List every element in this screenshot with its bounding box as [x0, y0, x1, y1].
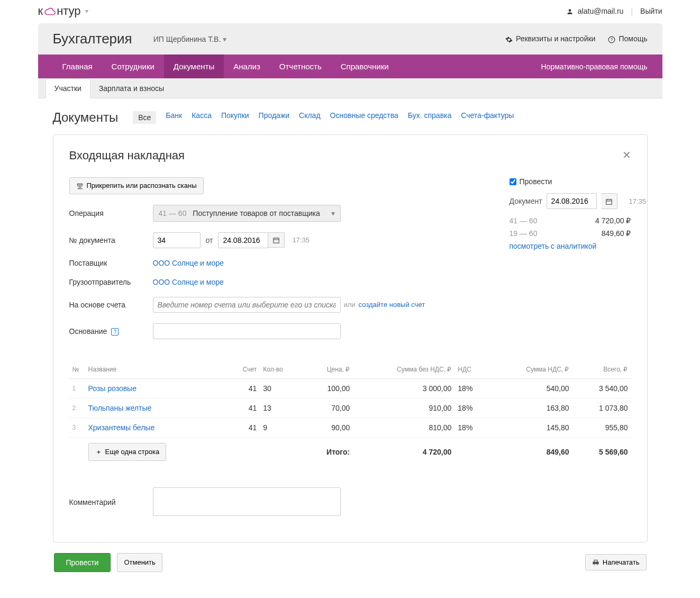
basis-input[interactable]: [153, 323, 341, 339]
total-novat: 4 720,00: [353, 437, 454, 466]
submit-button[interactable]: Провести: [54, 553, 111, 572]
based-on-input[interactable]: [153, 297, 341, 313]
filter-assets[interactable]: Основные средства: [330, 111, 398, 124]
post-label: Провести: [520, 177, 552, 186]
doc-date-input[interactable]: [218, 232, 268, 248]
chevron-down-icon: ▾: [331, 209, 335, 218]
row-vatpct: 18%: [454, 378, 490, 398]
user-email-link[interactable]: alatu@mail.ru: [566, 7, 623, 15]
cancel-button[interactable]: Отменить: [117, 553, 162, 572]
subtab-payroll[interactable]: Зарплата и взносы: [90, 79, 172, 98]
total-vatsum: 849,60: [490, 437, 572, 466]
th-vat: НДС: [454, 360, 490, 379]
filter-warehouse[interactable]: Склад: [299, 111, 321, 124]
label-comment: Комментарий: [69, 498, 153, 506]
filter-sales[interactable]: Продажи: [259, 111, 289, 124]
svg-rect-6: [606, 200, 612, 204]
attach-scans-button[interactable]: Прикрепить или распознать сканы: [69, 177, 204, 194]
help-icon[interactable]: ?: [111, 328, 119, 336]
row-acct: 41: [226, 398, 260, 418]
row-novat: 910,00: [353, 398, 454, 418]
close-icon[interactable]: ✕: [622, 149, 631, 161]
user-icon: [566, 7, 576, 15]
filter-bank[interactable]: Банк: [166, 111, 182, 124]
nav-legal-help[interactable]: Нормативно-правовая помощь: [541, 62, 648, 71]
filter-all[interactable]: Все: [133, 111, 156, 124]
operation-select[interactable]: 41 — 60 Поступление товаров от поставщик…: [153, 205, 341, 222]
row-vatsum: 163,80: [490, 398, 572, 418]
shipper-link[interactable]: ООО Солнце и море: [153, 278, 224, 286]
logo[interactable]: к нтур ▾: [38, 4, 88, 18]
print-button[interactable]: Напечатать: [585, 554, 647, 571]
comment-textarea[interactable]: [153, 487, 341, 516]
supplier-link[interactable]: ООО Солнце и море: [153, 259, 224, 267]
table-row: 3Хризантемы белые41990,00810,0018%145,80…: [69, 418, 631, 437]
operation-code: 41 — 60: [159, 209, 187, 218]
svg-rect-2: [274, 238, 279, 243]
th-acct: Счет: [226, 360, 260, 379]
label-from: от: [206, 236, 213, 244]
row-idx: 3: [69, 418, 85, 437]
nav-documents[interactable]: Документы: [164, 55, 224, 78]
org-selector[interactable]: ИП Щербинина Т.В.: [153, 35, 227, 43]
help-link[interactable]: ? Помощь: [608, 34, 647, 43]
filter-acct-note[interactable]: Бух. справка: [408, 111, 451, 124]
operation-text: Поступление товаров от поставщика: [193, 209, 320, 218]
nav-employees[interactable]: Сотрудники: [102, 55, 164, 78]
help-label: Помощь: [619, 34, 647, 43]
th-vatsum: Сумма НДС, ₽: [490, 360, 572, 379]
row-name-link[interactable]: Хризантемы белые: [88, 423, 155, 432]
print-icon: [592, 558, 599, 567]
label-supplier: Поставщик: [69, 259, 153, 267]
row-vatsum: 145,80: [490, 418, 572, 437]
row-qty: 13: [260, 398, 303, 418]
add-row-button[interactable]: ＋ Еще одна строка: [88, 443, 167, 461]
user-email: alatu@mail.ru: [578, 7, 624, 15]
settings-link[interactable]: Реквизиты и настройки: [505, 34, 595, 43]
analytics-link[interactable]: посмотреть с аналитикой: [510, 242, 597, 250]
help-icon: ?: [608, 34, 615, 43]
row-total: 3 540,00: [572, 378, 631, 398]
post-checkbox[interactable]: [510, 178, 516, 185]
logo-text-1: к: [38, 4, 43, 18]
row-qty: 9: [260, 418, 303, 437]
row-novat: 3 000,00: [353, 378, 454, 398]
add-row-label: Еще одна строка: [105, 448, 160, 456]
subtab-sections[interactable]: Участки: [46, 78, 90, 98]
row-name-link[interactable]: Тюльпаны желтые: [88, 404, 152, 412]
nav-reference[interactable]: Справочники: [331, 55, 398, 78]
filter-invoices[interactable]: Счета-фактуры: [461, 111, 514, 124]
row-vatsum: 540,00: [490, 378, 572, 398]
filter-purchases[interactable]: Покупки: [221, 111, 249, 124]
th-price: Цена, ₽: [304, 360, 353, 379]
nav-reporting[interactable]: Отчетность: [270, 55, 331, 78]
th-idx: №: [69, 360, 85, 379]
label-based-on: На основе счета: [69, 301, 153, 309]
table-row: 1Розы розовые4130100,003 000,0018%540,00…: [69, 378, 631, 398]
card-title: Входящая накладная: [69, 149, 185, 162]
table-row: 2Тюльпаны желтые411370,00910,0018%163,80…: [69, 398, 631, 418]
logout-link[interactable]: Выйти: [640, 7, 662, 15]
nav-main[interactable]: Главная: [53, 55, 102, 78]
summary-calendar-button[interactable]: [601, 193, 617, 209]
nav-analysis[interactable]: Анализ: [224, 55, 270, 78]
gear-icon: [505, 34, 513, 43]
settings-label: Реквизиты и настройки: [516, 34, 595, 43]
create-new-invoice-link[interactable]: создайте новый счет: [359, 301, 425, 309]
row-qty: 30: [260, 378, 303, 398]
row-total: 1 073,80: [572, 398, 631, 418]
summary-date-input[interactable]: [547, 193, 597, 209]
chevron-down-icon: ▾: [85, 7, 88, 15]
doc-no-input[interactable]: [153, 232, 201, 248]
summary-row-1: 41 — 60 4 720,00 ₽: [510, 216, 631, 225]
row-acct: 41: [226, 378, 260, 398]
attach-label: Прикрепить или распознать сканы: [87, 182, 197, 189]
section-title: Документы: [53, 110, 119, 125]
row-idx: 2: [69, 398, 85, 418]
label-doc-no: № документа: [69, 236, 153, 244]
calendar-button[interactable]: [268, 232, 285, 248]
row-total: 955,80: [572, 418, 631, 437]
th-name: Название: [85, 360, 226, 379]
row-name-link[interactable]: Розы розовые: [88, 384, 137, 393]
filter-cash[interactable]: Касса: [192, 111, 212, 124]
